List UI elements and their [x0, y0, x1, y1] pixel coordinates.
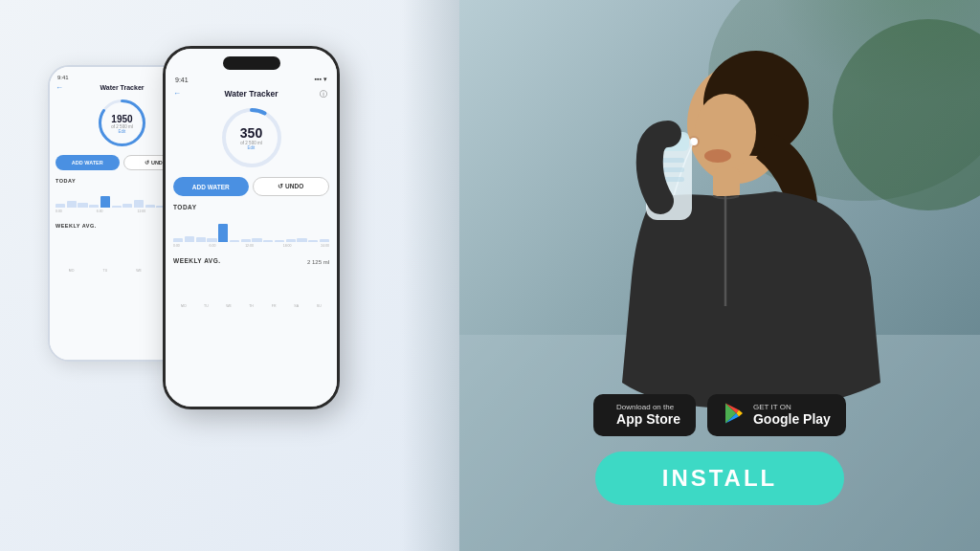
phone-back-circle: 1950 of 2 500 ml Edit: [96, 97, 148, 149]
back-arrow-icon: ←: [56, 83, 65, 93]
phone-front-daily-chart: [173, 213, 329, 242]
store-buttons-container: Download on the App Store GET IT ON Goo: [593, 394, 846, 436]
undo-icon: ↺: [145, 160, 149, 165]
main-container: 9:41 ▪▪▪ ← Water Tracker: [0, 0, 980, 551]
google-play-icon: [723, 402, 746, 429]
info-icon: ⓘ: [320, 89, 329, 99]
phone-front-weekly-value: 2 125 ml: [307, 259, 329, 265]
app-store-text: Download on the App Store: [616, 403, 680, 428]
phones-container: 9:41 ▪▪▪ ← Water Tracker: [29, 27, 431, 524]
phone-notch: [223, 56, 280, 70]
phone-front-water-amount: 350: [240, 125, 262, 141]
phone-back-progress-value: 1950 of 2 500 ml Edit: [111, 113, 132, 133]
phone-front-title: Water Tracker: [225, 89, 278, 99]
phone-front-today-label: TODAY: [173, 204, 329, 210]
phone-front-header: ← Water Tracker ⓘ: [173, 89, 329, 99]
phone-front-day-sa: SA: [286, 303, 307, 308]
left-panel: 9:41 ▪▪▪ ← Water Tracker: [0, 0, 459, 551]
phone-back-title: Water Tracker: [100, 84, 144, 91]
phone-front-weekly-header: WEEKLY AVG. 2 125 ml: [173, 257, 329, 267]
front-back-arrow-icon: ←: [173, 89, 183, 99]
phone-front-day-we: WE: [218, 303, 239, 308]
right-panel: Download on the App Store GET IT ON Goo: [459, 0, 980, 551]
phone-front-edit: Edit: [240, 145, 262, 150]
phone-back-day-we: WE: [123, 268, 155, 273]
google-play-button[interactable]: GET IT ON Google Play: [707, 394, 846, 436]
phone-back-water-amount: 1950: [111, 113, 132, 123]
phone-front-weekly-bars: MO TU WE TH: [173, 270, 329, 308]
google-play-text: GET IT ON Google Play: [753, 403, 831, 428]
app-store-small-text: Download on the: [616, 403, 680, 412]
phone-front-circle: 350 of 2 500 ml Edit: [218, 104, 285, 171]
phone-front-add-water-button[interactable]: ADD WATER: [173, 177, 249, 196]
app-store-big-text: App Store: [616, 411, 680, 428]
phone-front-day-th: TH: [241, 303, 262, 308]
google-play-small-text: GET IT ON: [753, 403, 831, 412]
phone-back-add-water-button[interactable]: ADD WATER: [56, 155, 120, 170]
front-undo-icon: ↺: [278, 183, 283, 189]
phone-back-day-tu: TU: [89, 268, 121, 273]
install-button[interactable]: INSTALL: [595, 452, 845, 505]
phone-back-weekly-label: WEEKLY AVG.: [56, 223, 97, 229]
phone-front-signal: ▪▪▪ ▾: [315, 76, 327, 83]
phone-front-undo-button[interactable]: ↺ UNDO: [253, 177, 330, 196]
phone-front-chart-labels: 0:00 6:00 12:00 18:00 24:00: [173, 244, 329, 248]
phone-front-day-su: SU: [308, 303, 329, 308]
phone-front-status-bar: 9:41 ▪▪▪ ▾: [173, 76, 329, 83]
phone-front-screen: 9:41 ▪▪▪ ▾ ← Water Tracker ⓘ: [166, 49, 337, 407]
phone-front-weekly-section: WEEKLY AVG. 2 125 ml MO TU: [173, 257, 329, 308]
phone-front-progress-value: 350 of 2 500 ml Edit: [240, 125, 262, 150]
phone-front-weekly-label: WEEKLY AVG.: [173, 257, 221, 264]
phone-front-time: 9:41: [175, 77, 189, 83]
phone-front-day-fr: FR: [263, 303, 284, 308]
phone-front-day-mo: MO: [173, 303, 194, 308]
phone-back-time: 9:41: [57, 75, 69, 80]
phone-front: 9:41 ▪▪▪ ▾ ← Water Tracker ⓘ: [163, 46, 340, 409]
svg-point-19: [704, 149, 731, 163]
phone-front-buttons: ADD WATER ↺ UNDO: [173, 177, 329, 196]
phone-front-progress-container: 350 of 2 500 ml Edit: [173, 104, 329, 171]
app-store-button[interactable]: Download on the App Store: [593, 394, 696, 436]
phone-front-day-tu: TU: [196, 303, 217, 308]
phone-back-day-mo: MO: [56, 268, 87, 273]
phone-back-edit: Edit: [111, 128, 132, 133]
google-play-big-text: Google Play: [753, 411, 831, 428]
